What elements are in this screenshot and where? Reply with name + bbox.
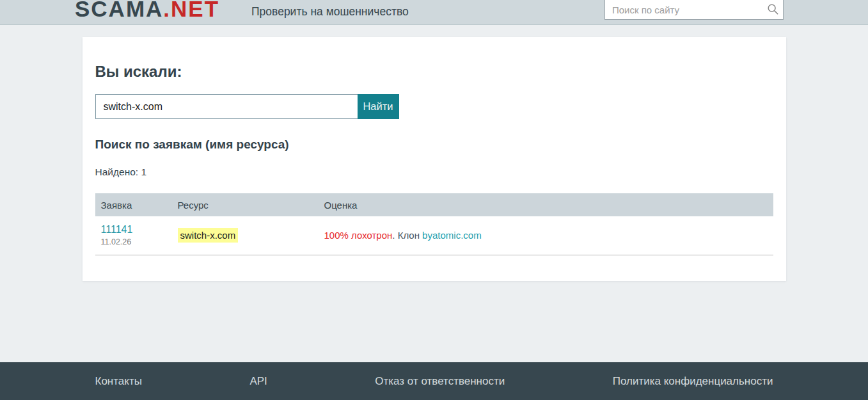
- table-header-row: Заявка Ресурс Оценка: [95, 193, 773, 216]
- logo-primary-text: SCAMA: [75, 0, 163, 21]
- header: SCAMA.NET Проверить на мошенничество: [0, 0, 868, 25]
- site-search-input[interactable]: [604, 0, 784, 20]
- logo-secondary-text: .NET: [163, 0, 219, 21]
- verdict-suffix: . Клон: [392, 230, 422, 241]
- table-row: 111141 11.02.26 switch-x.com 100% лохотр…: [95, 216, 773, 255]
- results-table: Заявка Ресурс Оценка 111141 11.02.26 swi…: [95, 193, 773, 255]
- site-tagline: Проверить на мошенничество: [251, 0, 409, 23]
- search-query-input[interactable]: [95, 94, 358, 119]
- footer-link-privacy[interactable]: Политика конфиденциальности: [613, 375, 773, 388]
- resource-name-highlight: switch-x.com: [178, 228, 239, 243]
- footer-link-api[interactable]: API: [249, 375, 267, 388]
- column-header-rating: Оценка: [319, 193, 773, 216]
- searched-heading: Вы искали:: [95, 63, 773, 81]
- site-logo[interactable]: SCAMA.NET: [75, 0, 219, 21]
- rating-cell: 100% лохотрон. Клон byatomic.com: [319, 216, 773, 255]
- footer-link-contacts[interactable]: Контакты: [95, 375, 142, 388]
- verdict-text: 100% лохотрон: [324, 230, 393, 241]
- column-header-request: Заявка: [95, 193, 172, 216]
- results-card: Вы искали: Найти Поиск по заявкам (имя р…: [83, 37, 786, 281]
- footer-links: Контакты API Отказ от ответственности По…: [95, 375, 773, 388]
- clone-site-link[interactable]: byatomic.com: [422, 230, 482, 241]
- column-header-resource: Ресурс: [172, 193, 319, 216]
- request-cell: 111141 11.02.26: [95, 216, 172, 255]
- section-heading: Поиск по заявкам (имя ресурса): [95, 138, 773, 152]
- request-date: 11.02.26: [101, 237, 172, 246]
- results-count: Найдено: 1: [95, 166, 773, 178]
- site-search: [604, 0, 784, 20]
- footer: Контакты API Отказ от ответственности По…: [0, 362, 868, 400]
- search-form: Найти: [95, 94, 399, 119]
- search-submit-button[interactable]: Найти: [358, 94, 399, 119]
- resource-cell: switch-x.com: [172, 216, 319, 255]
- footer-link-disclaimer[interactable]: Отказ от ответственности: [375, 375, 505, 388]
- request-id-link[interactable]: 111141: [101, 224, 133, 236]
